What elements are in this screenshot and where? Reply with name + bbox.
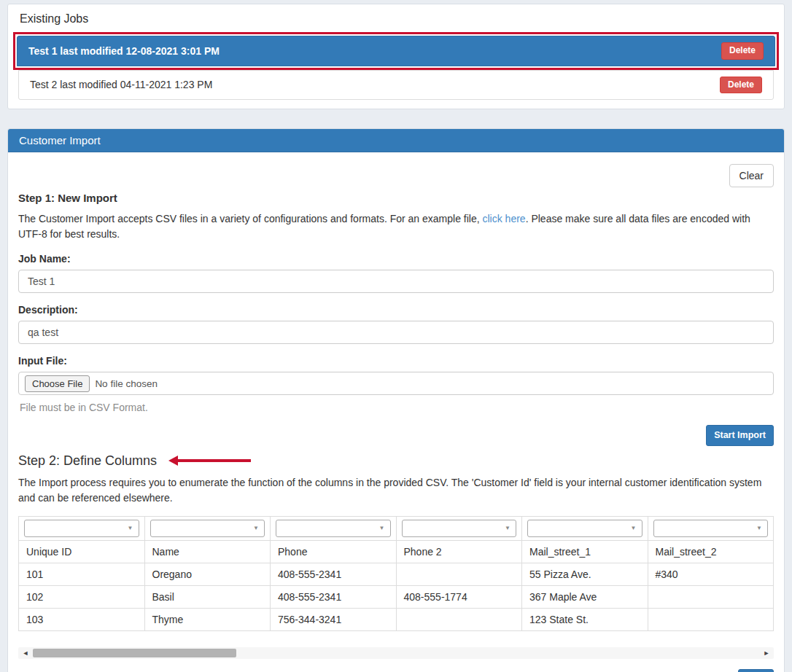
table-cell: #340 <box>648 563 774 585</box>
existing-jobs-title: Existing Jobs <box>20 12 774 26</box>
annotation-rectangle: Test 1 last modified 12-08-2021 3:01 PM … <box>13 32 779 70</box>
column-header-cell: Name <box>144 540 271 563</box>
step1-description-text-before: The Customer Import accepts CSV files in… <box>18 213 483 224</box>
column-select[interactable]: ▼ <box>24 520 139 537</box>
scroll-right-button[interactable]: ► <box>759 649 774 657</box>
choose-file-button[interactable]: Choose File <box>25 375 90 392</box>
table-cell: 123 State St. <box>522 608 648 630</box>
description-input[interactable] <box>18 321 774 344</box>
job-row-test2[interactable]: Test 2 last modified 04-11-2021 1:23 PM … <box>18 70 774 101</box>
table-cell: Thyme <box>144 608 271 630</box>
select-cell: ▼ <box>522 516 648 540</box>
annotation-arrow <box>168 456 251 466</box>
file-input[interactable]: Choose File No file chosen <box>18 372 774 395</box>
start-import-button[interactable]: Start Import <box>706 425 774 445</box>
example-file-link[interactable]: click here <box>483 213 526 224</box>
table-row: 101 Oregano 408-555-2341 55 Pizza Ave. #… <box>19 563 774 585</box>
job-label: Test 1 last modified 12-08-2021 3:01 PM <box>28 45 220 57</box>
file-format-hint: File must be in CSV Format. <box>20 402 774 413</box>
caret-down-icon: ▼ <box>505 525 510 531</box>
step2-heading: Step 2: Define Columns <box>18 453 157 469</box>
customer-import-body: Clear Step 1: New Import The Customer Im… <box>8 152 784 672</box>
caret-down-icon: ▼ <box>253 525 259 531</box>
scrollbar-track[interactable] <box>33 649 759 657</box>
column-header-cell: Phone <box>271 540 397 563</box>
job-name-label: Job Name: <box>18 253 774 265</box>
column-select[interactable]: ▼ <box>527 520 642 537</box>
next-button[interactable]: Next <box>738 669 774 672</box>
column-mapping-table: ▼ ▼ ▼ <box>18 516 774 631</box>
table-cell <box>396 563 522 585</box>
delete-button[interactable]: Delete <box>721 42 764 60</box>
column-header-cell: Phone 2 <box>396 540 522 563</box>
customer-import-header: Customer Import <box>8 129 784 152</box>
caret-down-icon: ▼ <box>379 525 385 531</box>
table-cell: 103 <box>19 608 145 630</box>
table-cell: 408-555-2341 <box>271 563 397 585</box>
annotation-arrow-shaft <box>178 459 251 462</box>
caret-down-icon: ▼ <box>128 525 133 531</box>
annotation-arrow-head <box>168 456 178 466</box>
clear-button[interactable]: Clear <box>729 164 774 187</box>
delete-button[interactable]: Delete <box>720 77 762 94</box>
column-select[interactable]: ▼ <box>276 520 391 537</box>
description-label: Description: <box>18 304 774 316</box>
page: Existing Jobs Test 1 last modified 12-08… <box>0 0 792 672</box>
table-row: 102 Basil 408-555-2341 408-555-1774 367 … <box>19 585 774 608</box>
horizontal-scrollbar[interactable]: ◄ ► <box>18 647 774 659</box>
step2-description: The Import process requires you to enume… <box>18 475 774 506</box>
table-cell: 408-555-2341 <box>271 585 397 608</box>
column-select[interactable]: ▼ <box>150 520 265 537</box>
file-status-text: No file chosen <box>95 378 158 389</box>
table-cell: 756-344-3241 <box>271 608 397 630</box>
table-cell <box>648 608 774 630</box>
table-cell: 101 <box>19 563 145 585</box>
step1-heading: Step 1: New Import <box>18 192 774 204</box>
table-cell: 55 Pizza Ave. <box>522 563 648 585</box>
table-cell: 102 <box>19 585 145 608</box>
job-label: Test 2 last modified 04-11-2021 1:23 PM <box>30 79 212 90</box>
table-cell: 367 Maple Ave <box>522 585 648 608</box>
table-row: 103 Thyme 756-344-3241 123 State St. <box>19 608 774 630</box>
table-cell: 408-555-1774 <box>396 585 522 608</box>
select-cell: ▼ <box>19 516 145 540</box>
column-select[interactable]: ▼ <box>402 520 517 537</box>
customer-import-panel: Customer Import Clear Step 1: New Import… <box>7 128 785 672</box>
scroll-right-icon: ► <box>764 649 770 657</box>
column-header-cell: Mail_street_1 <box>522 540 648 563</box>
table-cell <box>396 608 522 630</box>
input-file-label: Input File: <box>18 355 774 367</box>
table-cell: Basil <box>144 585 271 608</box>
select-row: ▼ ▼ ▼ <box>19 516 774 540</box>
scroll-left-button[interactable]: ◄ <box>18 649 33 657</box>
column-select[interactable]: ▼ <box>653 520 769 537</box>
caret-down-icon: ▼ <box>756 525 762 531</box>
header-row: Unique ID Name Phone Phone 2 Mail_street… <box>19 540 774 563</box>
select-cell: ▼ <box>648 516 774 540</box>
existing-jobs-panel: Existing Jobs Test 1 last modified 12-08… <box>7 4 785 109</box>
caret-down-icon: ▼ <box>631 525 637 531</box>
scroll-left-icon: ◄ <box>23 649 29 657</box>
job-name-input[interactable] <box>18 270 774 293</box>
select-cell: ▼ <box>271 516 397 540</box>
table-cell: Oregano <box>144 563 271 585</box>
scrollbar-thumb[interactable] <box>33 649 236 657</box>
table-cell <box>648 585 774 608</box>
column-header-cell: Unique ID <box>19 540 145 563</box>
select-cell: ▼ <box>396 516 522 540</box>
step1-description: The Customer Import accepts CSV files in… <box>18 211 774 242</box>
select-cell: ▼ <box>144 516 271 540</box>
job-row-test1[interactable]: Test 1 last modified 12-08-2021 3:01 PM … <box>17 36 775 66</box>
column-header-cell: Mail_street_2 <box>648 540 774 563</box>
